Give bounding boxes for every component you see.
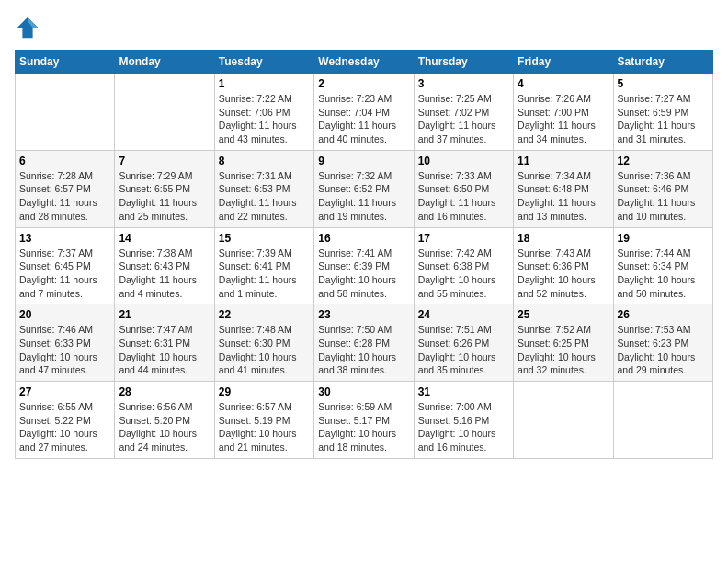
calendar-cell: 28Sunrise: 6:56 AM Sunset: 5:20 PM Dayli… (115, 382, 214, 459)
calendar-cell: 9Sunrise: 7:32 AM Sunset: 6:52 PM Daylig… (314, 150, 414, 227)
calendar-cell: 25Sunrise: 7:52 AM Sunset: 6:25 PM Dayli… (514, 304, 613, 382)
day-number: 4 (518, 77, 609, 90)
day-info: Sunrise: 7:23 AM Sunset: 7:04 PM Dayligh… (318, 92, 409, 146)
day-number: 29 (219, 385, 310, 398)
day-info: Sunrise: 7:22 AM Sunset: 7:06 PM Dayligh… (219, 92, 310, 146)
calendar-cell: 2Sunrise: 7:23 AM Sunset: 7:04 PM Daylig… (314, 74, 414, 151)
day-info: Sunrise: 6:57 AM Sunset: 5:19 PM Dayligh… (219, 400, 310, 454)
logo-icon (15, 15, 40, 40)
weekday-header: Wednesday (314, 51, 414, 74)
calendar-week-row: 6Sunrise: 7:28 AM Sunset: 6:57 PM Daylig… (16, 150, 713, 227)
day-info: Sunrise: 7:52 AM Sunset: 6:25 PM Dayligh… (518, 323, 609, 377)
calendar-cell: 3Sunrise: 7:25 AM Sunset: 7:02 PM Daylig… (414, 74, 513, 151)
day-info: Sunrise: 7:29 AM Sunset: 6:55 PM Dayligh… (119, 169, 210, 224)
day-number: 26 (618, 308, 709, 321)
calendar-cell: 17Sunrise: 7:42 AM Sunset: 6:38 PM Dayli… (414, 227, 513, 304)
day-info: Sunrise: 7:41 AM Sunset: 6:39 PM Dayligh… (318, 247, 409, 301)
page-header (15, 15, 713, 40)
day-info: Sunrise: 7:37 AM Sunset: 6:45 PM Dayligh… (19, 247, 110, 301)
day-number: 23 (318, 308, 409, 321)
day-number: 13 (19, 232, 110, 245)
day-info: Sunrise: 7:34 AM Sunset: 6:48 PM Dayligh… (518, 169, 609, 224)
day-info: Sunrise: 7:36 AM Sunset: 6:46 PM Dayligh… (618, 169, 709, 224)
day-info: Sunrise: 6:56 AM Sunset: 5:20 PM Dayligh… (119, 400, 210, 454)
day-info: Sunrise: 7:44 AM Sunset: 6:34 PM Dayligh… (618, 247, 709, 301)
weekday-header: Friday (514, 51, 613, 74)
calendar-cell: 20Sunrise: 7:46 AM Sunset: 6:33 PM Dayli… (16, 304, 115, 382)
day-number: 21 (119, 308, 210, 321)
day-number: 5 (618, 77, 709, 90)
calendar-cell: 23Sunrise: 7:50 AM Sunset: 6:28 PM Dayli… (314, 304, 414, 382)
calendar-cell: 13Sunrise: 7:37 AM Sunset: 6:45 PM Dayli… (16, 227, 115, 304)
day-info: Sunrise: 7:47 AM Sunset: 6:31 PM Dayligh… (119, 323, 210, 377)
day-info: Sunrise: 7:42 AM Sunset: 6:38 PM Dayligh… (418, 247, 509, 301)
calendar-cell (514, 382, 613, 459)
day-number: 10 (418, 155, 509, 167)
calendar-cell: 30Sunrise: 6:59 AM Sunset: 5:17 PM Dayli… (314, 382, 414, 459)
day-info: Sunrise: 7:46 AM Sunset: 6:33 PM Dayligh… (19, 323, 110, 377)
day-info: Sunrise: 7:33 AM Sunset: 6:50 PM Dayligh… (418, 169, 509, 224)
day-number: 25 (518, 308, 609, 321)
day-info: Sunrise: 7:38 AM Sunset: 6:43 PM Dayligh… (119, 247, 210, 301)
calendar-cell: 1Sunrise: 7:22 AM Sunset: 7:06 PM Daylig… (214, 74, 313, 151)
calendar-cell (115, 74, 214, 151)
day-number: 22 (219, 308, 310, 321)
calendar-cell: 8Sunrise: 7:31 AM Sunset: 6:53 PM Daylig… (214, 150, 313, 227)
day-number: 31 (418, 385, 509, 398)
calendar-header-row: SundayMondayTuesdayWednesdayThursdayFrid… (16, 51, 713, 74)
calendar-week-row: 27Sunrise: 6:55 AM Sunset: 5:22 PM Dayli… (16, 382, 713, 459)
day-info: Sunrise: 7:43 AM Sunset: 6:36 PM Dayligh… (518, 247, 609, 301)
calendar-cell: 21Sunrise: 7:47 AM Sunset: 6:31 PM Dayli… (115, 304, 214, 382)
weekday-header: Sunday (16, 51, 115, 74)
calendar-cell: 15Sunrise: 7:39 AM Sunset: 6:41 PM Dayli… (214, 227, 313, 304)
day-number: 19 (618, 232, 709, 245)
day-info: Sunrise: 7:31 AM Sunset: 6:53 PM Dayligh… (219, 169, 310, 224)
calendar-cell: 27Sunrise: 6:55 AM Sunset: 5:22 PM Dayli… (16, 382, 115, 459)
calendar-cell: 14Sunrise: 7:38 AM Sunset: 6:43 PM Dayli… (115, 227, 214, 304)
day-number: 17 (418, 232, 509, 245)
day-info: Sunrise: 7:26 AM Sunset: 7:00 PM Dayligh… (518, 92, 609, 146)
day-info: Sunrise: 7:50 AM Sunset: 6:28 PM Dayligh… (318, 323, 409, 377)
day-number: 6 (19, 155, 110, 167)
weekday-header: Tuesday (214, 51, 313, 74)
day-info: Sunrise: 7:27 AM Sunset: 6:59 PM Dayligh… (618, 92, 709, 146)
calendar-week-row: 1Sunrise: 7:22 AM Sunset: 7:06 PM Daylig… (16, 74, 713, 151)
calendar-cell: 31Sunrise: 7:00 AM Sunset: 5:16 PM Dayli… (414, 382, 513, 459)
weekday-header: Monday (115, 51, 214, 74)
day-number: 3 (418, 77, 509, 90)
day-number: 24 (418, 308, 509, 321)
calendar-week-row: 20Sunrise: 7:46 AM Sunset: 6:33 PM Dayli… (16, 304, 713, 382)
calendar-cell: 22Sunrise: 7:48 AM Sunset: 6:30 PM Dayli… (214, 304, 313, 382)
calendar-cell: 12Sunrise: 7:36 AM Sunset: 6:46 PM Dayli… (613, 150, 712, 227)
calendar-cell (16, 74, 115, 151)
calendar-cell: 24Sunrise: 7:51 AM Sunset: 6:26 PM Dayli… (414, 304, 513, 382)
day-number: 30 (318, 385, 409, 398)
day-number: 15 (219, 232, 310, 245)
calendar-cell: 19Sunrise: 7:44 AM Sunset: 6:34 PM Dayli… (613, 227, 712, 304)
calendar-cell: 29Sunrise: 6:57 AM Sunset: 5:19 PM Dayli… (214, 382, 313, 459)
day-info: Sunrise: 7:32 AM Sunset: 6:52 PM Dayligh… (318, 169, 409, 224)
calendar-cell (613, 382, 712, 459)
day-number: 28 (119, 385, 210, 398)
calendar-cell: 5Sunrise: 7:27 AM Sunset: 6:59 PM Daylig… (613, 74, 712, 151)
calendar-cell: 26Sunrise: 7:53 AM Sunset: 6:23 PM Dayli… (613, 304, 712, 382)
day-info: Sunrise: 7:28 AM Sunset: 6:57 PM Dayligh… (19, 169, 110, 224)
day-info: Sunrise: 6:55 AM Sunset: 5:22 PM Dayligh… (19, 400, 110, 454)
calendar-table: SundayMondayTuesdayWednesdayThursdayFrid… (15, 50, 713, 459)
calendar-week-row: 13Sunrise: 7:37 AM Sunset: 6:45 PM Dayli… (16, 227, 713, 304)
day-number: 18 (518, 232, 609, 245)
day-number: 7 (119, 155, 210, 167)
day-info: Sunrise: 6:59 AM Sunset: 5:17 PM Dayligh… (318, 400, 409, 454)
day-info: Sunrise: 7:00 AM Sunset: 5:16 PM Dayligh… (418, 400, 509, 454)
day-number: 2 (318, 77, 409, 90)
calendar-cell: 11Sunrise: 7:34 AM Sunset: 6:48 PM Dayli… (514, 150, 613, 227)
calendar-cell: 10Sunrise: 7:33 AM Sunset: 6:50 PM Dayli… (414, 150, 513, 227)
day-info: Sunrise: 7:53 AM Sunset: 6:23 PM Dayligh… (618, 323, 709, 377)
day-number: 9 (318, 155, 409, 167)
day-info: Sunrise: 7:51 AM Sunset: 6:26 PM Dayligh… (418, 323, 509, 377)
day-number: 1 (219, 77, 310, 90)
weekday-header: Saturday (613, 51, 712, 74)
day-number: 20 (19, 308, 110, 321)
day-number: 16 (318, 232, 409, 245)
day-number: 8 (219, 155, 310, 167)
